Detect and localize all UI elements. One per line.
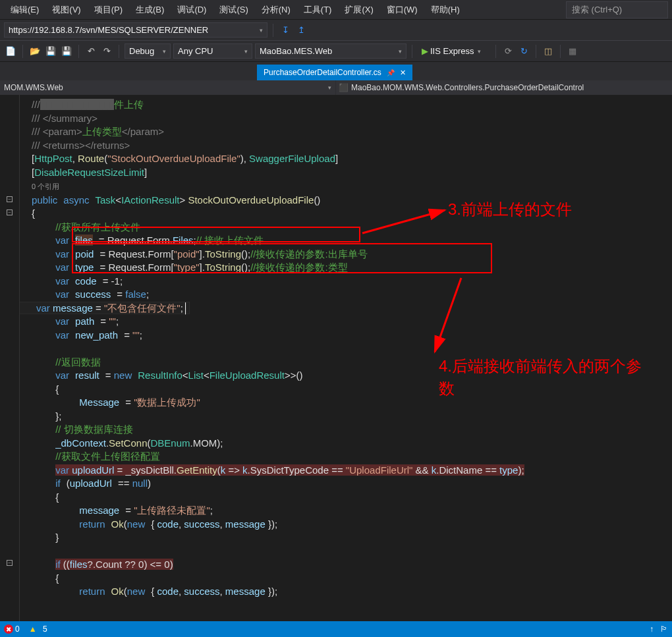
menu-project[interactable]: 项目(P): [88, 1, 129, 18]
separator: [119, 45, 119, 58]
chevron-down-icon: ▾: [328, 84, 331, 91]
browser-link-icon[interactable]: ⟳: [501, 44, 515, 59]
document-nav: MOM.WMS.Web ▾ ⬛ MaoBao.MOM.WMS.Web.Contr…: [0, 80, 672, 95]
fold-toggle[interactable]: −: [7, 209, 13, 215]
menu-analyze[interactable]: 分析(N): [255, 1, 297, 18]
flag-icon[interactable]: 🏳: [660, 624, 668, 634]
reference-count[interactable]: 0 个引用: [32, 182, 59, 190]
platform-combo[interactable]: Any CPU▾: [173, 43, 252, 59]
folder-icon[interactable]: ◫: [542, 44, 555, 59]
separator: [560, 45, 561, 58]
warning-count[interactable]: ▲ 5: [29, 624, 47, 634]
project-combo[interactable]: MOM.WMS.Web ▾: [0, 80, 336, 95]
status-bar: ✖0 ▲ 5 ↑ 🏳: [0, 621, 672, 637]
separator: [412, 45, 412, 58]
comment: //获取所有上传文件: [55, 221, 140, 233]
startup-combo[interactable]: MaoBao.MES.Web▾: [255, 43, 406, 59]
undo-icon[interactable]: ↶: [84, 44, 98, 59]
fold-toggle[interactable]: −: [7, 196, 13, 202]
refresh-icon[interactable]: ↻: [517, 44, 530, 59]
save-all-icon[interactable]: 💾: [60, 44, 73, 59]
close-icon[interactable]: ✕: [400, 69, 406, 77]
run-button[interactable]: ▶ IIS Express▾: [418, 44, 490, 58]
separator: [22, 45, 23, 58]
layout-icon[interactable]: ▦: [566, 44, 579, 59]
new-file-icon[interactable]: 📄: [4, 44, 17, 59]
pin-icon[interactable]: 📌: [387, 69, 395, 76]
separator: [273, 24, 273, 37]
fold-toggle[interactable]: −: [7, 560, 13, 566]
menu-view[interactable]: 视图(V): [45, 1, 87, 18]
redo-icon[interactable]: ↷: [100, 44, 113, 59]
config-combo[interactable]: Debug▾: [125, 43, 171, 59]
menu-help[interactable]: 帮助(H): [424, 1, 466, 18]
menu-bar: 编辑(E) 视图(V) 项目(P) 生成(B) 调试(D) 测试(S) 分析(N…: [0, 0, 672, 20]
separator: [78, 45, 79, 58]
comment: /// </summary>: [32, 113, 98, 124]
comment: ///: [32, 99, 40, 110]
class-icon: ⬛: [339, 83, 349, 92]
chevron-down-icon: ▾: [260, 27, 263, 34]
menu-edit[interactable]: 编辑(E): [4, 1, 45, 18]
menu-test[interactable]: 测试(S): [213, 1, 254, 18]
toolbar-main: 📄 📂 💾 💾 ↶ ↷ Debug▾ Any CPU▾ MaoBao.MES.W…: [0, 41, 672, 62]
svn-commit-icon[interactable]: ↧: [279, 23, 292, 38]
play-icon: ▶: [422, 46, 428, 56]
svn-url: https://192.168.8.7/svn/MES/SQLSERVER/ZE…: [9, 25, 208, 35]
menu-debug[interactable]: 调试(D): [171, 1, 213, 18]
svn-update-icon[interactable]: ↥: [294, 23, 308, 38]
menu-extensions[interactable]: 扩展(X): [338, 1, 379, 18]
namespace-combo[interactable]: ⬛ MaoBao.MOM.WMS.Web.Controllers.Purchas…: [336, 80, 672, 95]
document-tab[interactable]: PurchaseOrderDetailController.cs 📌 ✕: [257, 65, 412, 80]
open-folder-icon[interactable]: 📂: [28, 44, 42, 59]
code-editor[interactable]: − − − ///▮▮▮▮▮▮▮▮▮▮▮▮▮▮件上传 /// </summary…: [0, 95, 672, 637]
feedback-icon[interactable]: ↑: [650, 624, 654, 634]
error-count[interactable]: ✖0: [4, 624, 20, 634]
tab-title: PurchaseOrderDetailController.cs: [264, 68, 381, 77]
menu-build[interactable]: 生成(B): [129, 1, 171, 18]
comment: 件上传: [114, 99, 144, 110]
fold-gutter[interactable]: − − −: [0, 95, 20, 637]
menu-tools[interactable]: 工具(T): [297, 1, 339, 18]
document-tab-row: PurchaseOrderDetailController.cs 📌 ✕: [0, 62, 672, 80]
search-input[interactable]: 搜索 (Ctrl+Q): [566, 1, 668, 18]
toolbar-svn: https://192.168.8.7/svn/MES/SQLSERVER/ZE…: [0, 20, 672, 41]
save-icon[interactable]: 💾: [44, 44, 57, 59]
menu-window[interactable]: 窗口(W): [380, 1, 424, 18]
separator: [536, 45, 536, 58]
svn-url-combo[interactable]: https://192.168.8.7/svn/MES/SQLSERVER/ZE…: [4, 22, 267, 38]
code-area[interactable]: ///▮▮▮▮▮▮▮▮▮▮▮▮▮▮件上传 /// </summary> /// …: [20, 95, 672, 637]
separator: [495, 45, 496, 58]
